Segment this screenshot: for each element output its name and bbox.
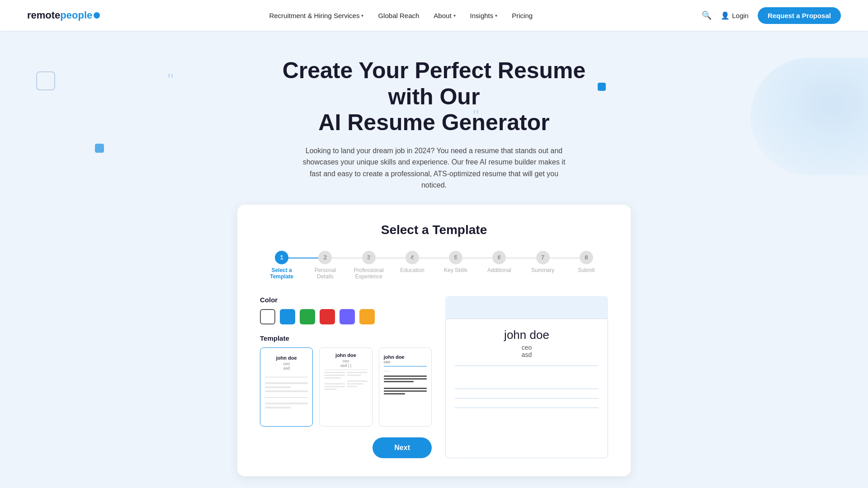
tpl3-name-block: john doe ceo: [384, 354, 405, 364]
nav-link-pricing[interactable]: Pricing: [512, 12, 533, 19]
tpl2-rline3: [347, 380, 368, 382]
stepper: 1 Select aTemplate 2 PersonalDetails 3 P…: [260, 251, 608, 280]
tpl3-header: john doe ceo: [384, 352, 427, 366]
next-button[interactable]: Next: [373, 437, 432, 458]
preview-divider4: [455, 408, 599, 408]
preview-company: asd: [455, 351, 599, 358]
chevron-down-icon: ▾: [495, 13, 497, 18]
stepper-label-8: Submit: [578, 267, 594, 273]
nav-right: 🔍 👤 Login Request a Proposal: [702, 7, 841, 24]
logo[interactable]: remotepeople: [27, 9, 100, 21]
tpl3-dark-line1: [384, 375, 427, 377]
stepper-step-8[interactable]: 8 Submit: [565, 251, 608, 273]
tpl2-line4: [324, 383, 345, 385]
swatch-red[interactable]: [320, 309, 335, 324]
swatch-orange[interactable]: [359, 309, 375, 324]
preview-title: ceo: [455, 344, 599, 351]
stepper-step-5[interactable]: 5 Key Skills: [434, 251, 477, 273]
quote-right-icon: ": [472, 108, 479, 124]
tpl3-name: john doe: [384, 354, 405, 360]
card-title: Select a Template: [260, 223, 608, 237]
color-label: Color: [260, 296, 432, 304]
swatch-blue[interactable]: [280, 309, 295, 324]
template-card-3[interactable]: john doe ceo ~~~: [379, 347, 432, 427]
stepper-label-2: PersonalDetails: [315, 267, 336, 280]
preview-divider1: [455, 366, 599, 366]
nav-link-recruitment[interactable]: Recruitment & Hiring Services ▾: [269, 12, 363, 19]
tpl2-layout: john doe ceo asd | |: [324, 352, 367, 390]
tpl2-line2: [324, 375, 345, 376]
tpl2-body: [324, 372, 367, 390]
tpl3-layout: john doe ceo ~~~: [384, 352, 427, 394]
tpl3-dark-line4: [384, 388, 427, 389]
hero-description: Looking to land your dream job in 2024? …: [298, 145, 570, 191]
login-button[interactable]: 👤 Login: [721, 11, 749, 20]
tpl2-company: asd | |: [324, 363, 367, 368]
tpl2-name: john doe: [324, 352, 367, 358]
nav-links: Recruitment & Hiring Services ▾ Global R…: [269, 12, 533, 19]
nav-link-insights[interactable]: Insights ▾: [470, 12, 498, 19]
stepper-step-3[interactable]: 3 ProfessionalExperience: [347, 251, 391, 280]
stepper-step-4[interactable]: 4 Education: [391, 251, 434, 273]
next-wrap: Next: [260, 437, 432, 458]
tpl2-line6: [324, 389, 336, 390]
stepper-step-6[interactable]: 6 Additional: [477, 251, 521, 273]
tpl3-dark-line2: [384, 378, 427, 380]
left-panel: Color Template john doe ceo: [260, 296, 432, 458]
chevron-down-icon: ▾: [361, 13, 363, 18]
stepper-step-1[interactable]: 1 Select aTemplate: [260, 251, 303, 280]
content-area: Color Template john doe ceo: [260, 296, 608, 458]
stepper-label-5: Key Skills: [444, 267, 467, 273]
template-card-2[interactable]: john doe ceo asd | |: [319, 347, 372, 427]
logo-remote: remote: [27, 9, 60, 21]
tpl2-line1: [324, 372, 345, 373]
tpl1-line4: [265, 403, 308, 404]
page-wrapper: " " Create Your Perfect Resume with Our …: [0, 31, 868, 488]
nav-item-pricing[interactable]: Pricing: [512, 12, 533, 19]
nav-link-global[interactable]: Global Reach: [378, 12, 419, 19]
nav-item-global[interactable]: Global Reach: [378, 12, 419, 19]
stepper-label-1: Select aTemplate: [270, 267, 293, 280]
tpl1-divider: [265, 377, 308, 377]
tpl2-rline1: [347, 372, 368, 373]
template-card-1[interactable]: john doe ceo asd: [260, 347, 313, 427]
user-icon: 👤: [721, 11, 730, 20]
tpl3-lines: [384, 375, 427, 394]
chevron-down-icon: ▾: [453, 13, 456, 18]
nav-link-about[interactable]: About ▾: [434, 12, 455, 19]
search-icon[interactable]: 🔍: [702, 10, 712, 20]
tpl2-rline2: [347, 375, 361, 376]
preview-divider2: [455, 389, 599, 389]
tpl2-col-left: [324, 372, 345, 390]
template-label: Template: [260, 334, 432, 342]
preview-header-bar: [445, 296, 608, 319]
tpl1-line5: [265, 407, 291, 408]
tpl1-company: asd: [276, 366, 297, 371]
swatch-purple[interactable]: [340, 309, 355, 324]
preview-divider3: [455, 398, 599, 399]
nav-item-recruitment[interactable]: Recruitment & Hiring Services ▾: [269, 12, 363, 19]
stepper-label-3: ProfessionalExperience: [354, 267, 384, 280]
tpl3-sub: ~~~: [384, 369, 427, 373]
resume-builder-card: Select a Template 1 Select aTemplate 2 P…: [237, 205, 631, 476]
nav-item-about[interactable]: About ▾: [434, 12, 455, 19]
nav-item-insights[interactable]: Insights ▾: [470, 12, 498, 19]
tpl1-name: john doe: [276, 355, 297, 361]
hero-title: Create Your Perfect Resume with Our AI R…: [276, 58, 592, 136]
quote-left-icon: ": [167, 71, 174, 88]
proposal-button[interactable]: Request a Proposal: [758, 7, 841, 24]
stepper-label-6: Additional: [487, 267, 511, 273]
right-preview: john doe ceo asd: [445, 296, 608, 458]
stepper-step-2[interactable]: 2 PersonalDetails: [303, 251, 347, 280]
stepper-step-7[interactable]: 7 Summary: [521, 251, 565, 273]
color-swatches: [260, 309, 432, 324]
stepper-circle-8: 8: [580, 251, 593, 264]
logo-people: people: [60, 9, 92, 21]
tpl2-rline5: [347, 386, 357, 387]
stepper-label-7: Summary: [531, 267, 554, 273]
tpl2-line3: [324, 377, 341, 379]
stepper-label-4: Education: [400, 267, 424, 273]
swatch-green[interactable]: [300, 309, 315, 324]
tpl1-lines: [265, 374, 308, 408]
swatch-white[interactable]: [260, 309, 275, 324]
